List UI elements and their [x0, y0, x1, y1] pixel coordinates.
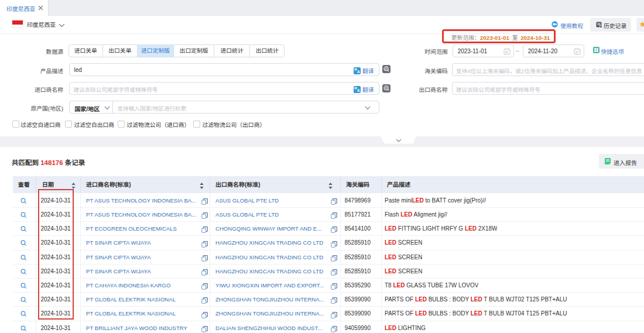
svg-text:A: A	[357, 88, 360, 92]
svg-text:A: A	[357, 70, 360, 74]
